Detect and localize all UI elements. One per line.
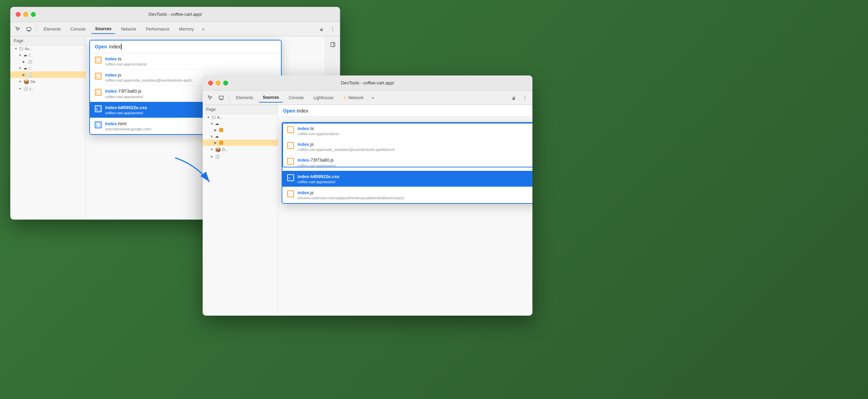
settings-icon-1[interactable] [317, 24, 326, 34]
traffic-lights-1 [16, 12, 36, 17]
file-icon-ts-1: + [95, 57, 102, 63]
tree-item-7[interactable]: ▼ ⬜ t... [10, 85, 86, 92]
svg-text:+: + [97, 92, 98, 94]
tree-item-2-1[interactable]: ▼ A... [203, 114, 278, 120]
tree-item-2-4[interactable]: ▼ ☁ [203, 133, 278, 140]
warning-icon-2: ⚠ [343, 95, 347, 100]
device-icon-2[interactable] [216, 93, 226, 103]
minimize-button-1[interactable] [23, 12, 28, 17]
tab-sources-2[interactable]: Sources [259, 93, 283, 103]
page-tab-1[interactable]: Page [10, 36, 86, 46]
file-name-2-1: index.ts [297, 126, 532, 132]
file-name-1-1: index.ts [105, 56, 276, 62]
file-result-1-1[interactable]: + index.ts coffee-cart.app/src/store/ [90, 53, 281, 69]
tree-item-3[interactable]: ▶ ⬜ [10, 58, 86, 65]
maximize-button-1[interactable] [31, 12, 36, 17]
window-title-1: DevTools - coffee-cart.app/ [148, 12, 202, 17]
open-text-1: index [109, 44, 121, 49]
file-result-2-1[interactable]: + index.ts coffee-cart.app/src/store/ [282, 123, 532, 139]
traffic-lights-2 [208, 81, 228, 85]
file-icon-js3-2: + [287, 190, 294, 197]
settings-icon-2[interactable] [509, 93, 519, 103]
tab-network-2[interactable]: ⚠ Network [339, 93, 368, 102]
open-file-input-1[interactable]: Open index [90, 40, 281, 53]
separator-2 [229, 94, 229, 101]
tree-item-2-3[interactable]: ▶ [203, 127, 278, 133]
titlebar-2: DevTools - coffee-cart.app/ [203, 75, 532, 91]
more-icon-2[interactable]: ⋮ [520, 93, 530, 103]
more-icon-1[interactable]: ⋮ [328, 24, 337, 34]
tree-item-1[interactable]: ▼ Au... [10, 46, 86, 52]
minimize-button-2[interactable] [216, 81, 221, 85]
arrow-indicator [168, 151, 220, 193]
cursor-1 [121, 44, 122, 49]
file-info-2-1: index.ts coffee-cart.app/src/store/ [297, 126, 532, 136]
tree-item-4[interactable]: ▼ ☁ C... [10, 65, 86, 71]
sidebar-panel-2: Page ▼ A... ▼ ☁ ▶ ▼ ☁ ▶ [203, 105, 278, 316]
window-title-2: DevTools - coffee-cart.app/ [341, 80, 394, 85]
tab-performance-1[interactable]: Performance [142, 25, 173, 34]
devtools-window-2: DevTools - coffee-cart.app/ Elements Sou… [203, 75, 532, 316]
maximize-button-2[interactable] [223, 81, 228, 85]
svg-text:+: + [289, 129, 290, 132]
tree-item-2[interactable]: ▼ ☁ C... [10, 52, 86, 58]
toolbar-right-1: ⋮ [317, 24, 337, 34]
file-result-2-5[interactable]: + index.js chrome-extension://eimadpbcbf… [282, 187, 532, 203]
file-info-2-2: index.js coffee-cart.app/node_modules/@v… [297, 141, 532, 152]
file-path-2-5: chrome-extension://eimadpbcbfnmbkopoojfe… [297, 196, 532, 200]
tree-item-2-2[interactable]: ▼ ☁ [203, 120, 278, 127]
tree-item-2-5[interactable]: ▶ [203, 140, 278, 146]
tab-memory-1[interactable]: Memory [175, 25, 198, 34]
file-path-2-3: coffee-cart.app/assets/ [297, 164, 532, 168]
device-icon[interactable] [24, 24, 34, 34]
svg-rect-16 [219, 96, 223, 99]
tab-lighthouse-2[interactable]: Lighthouse [309, 93, 338, 102]
page-tab-2[interactable]: Page [203, 105, 278, 114]
file-name-2-4: index-b859522e.css [297, 174, 532, 180]
svg-text:+: + [289, 144, 290, 148]
tab-elements-1[interactable]: Elements [40, 25, 65, 34]
inspect-icon-2[interactable] [205, 93, 215, 103]
highlighted-results: + index.ts coffee-cart.app/src/store/ + [282, 123, 532, 154]
open-file-dialog-2: + index.ts coffee-cart.app/src/store/ + [282, 122, 532, 204]
inspect-icon[interactable] [13, 24, 23, 34]
tab-overflow-1[interactable]: » [199, 25, 207, 33]
close-button-1[interactable] [16, 12, 21, 17]
svg-text:#: # [97, 108, 98, 110]
tab-console-2[interactable]: Console [284, 93, 308, 102]
file-result-2-4[interactable]: # index-b859522e.css coffee-cart.app/ass… [282, 171, 532, 187]
file-name-2-5: index.js [297, 190, 532, 196]
file-icon-js2-1: + [95, 89, 102, 96]
file-path-2-1: coffee-cart.app/src/store/ [297, 132, 532, 136]
file-icon-css-1: # [95, 105, 102, 112]
tab-elements-2[interactable]: Elements [232, 93, 257, 102]
collapse-panel-icon-1[interactable] [328, 40, 338, 49]
separator-1 [36, 26, 37, 33]
toolbar-2: Elements Sources Console Lighthouse ⚠ Ne… [203, 91, 532, 105]
tree-item-5[interactable]: ▶ ⬜ [10, 71, 86, 78]
file-name-2-2: index.js [297, 141, 532, 148]
close-button-2[interactable] [208, 81, 213, 85]
toolbar-1: Elements Console Sources Network Perform… [10, 22, 340, 36]
tab-network-1[interactable]: Network [117, 25, 140, 34]
svg-text:+: + [97, 75, 98, 78]
tab-sources-1[interactable]: Sources [91, 24, 115, 34]
titlebar-1: DevTools - coffee-cart.app/ [10, 7, 340, 22]
svg-text:#: # [289, 177, 290, 180]
file-name-2-3: index-73f73a80.js [297, 157, 532, 163]
svg-text:≡: ≡ [97, 124, 98, 126]
tab-overflow-2[interactable]: » [369, 94, 377, 102]
file-result-2-3[interactable]: + index-73f73a80.js coffee-cart.app/asse… [282, 154, 532, 171]
svg-text:+: + [289, 160, 290, 163]
tab-console-1[interactable]: Console [66, 25, 90, 34]
file-result-2-2[interactable]: + index.js coffee-cart.app/node_modules/… [282, 139, 532, 154]
file-icon-js-2: + [287, 142, 294, 149]
svg-text:+: + [97, 59, 98, 62]
file-icon-html-1: ≡ [95, 121, 102, 128]
sidebar-panel-1: Page ▼ Au... ▼ ☁ C... ▶ ⬜ ▼ ☁ C... [10, 36, 86, 220]
open-label-2: Open [283, 108, 297, 114]
tree-item-6[interactable]: ▼ 📦 De [10, 78, 86, 85]
open-text-2: index [297, 108, 308, 114]
svg-text:+: + [289, 193, 290, 196]
file-icon-ts-2: + [287, 126, 294, 133]
